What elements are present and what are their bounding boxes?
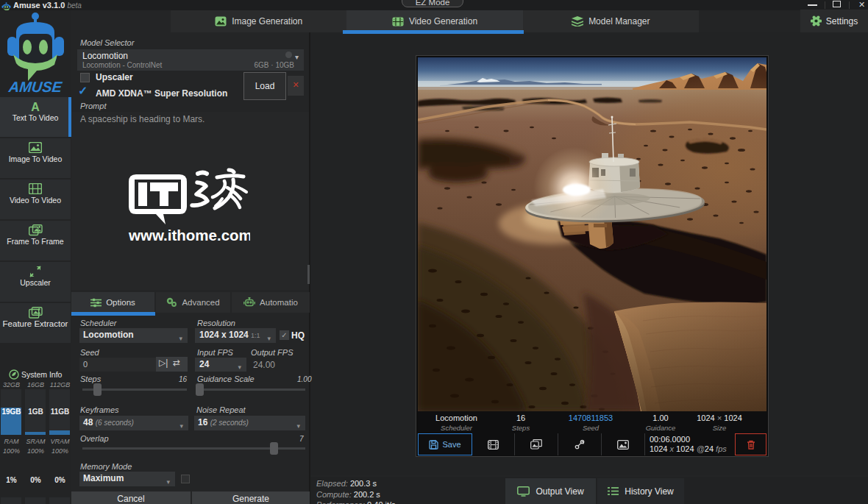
- svg-text:www.ithome.com: www.ithome.com: [128, 227, 250, 244]
- svg-text:A: A: [31, 101, 40, 113]
- svg-text:AMUSE: AMUSE: [7, 79, 63, 95]
